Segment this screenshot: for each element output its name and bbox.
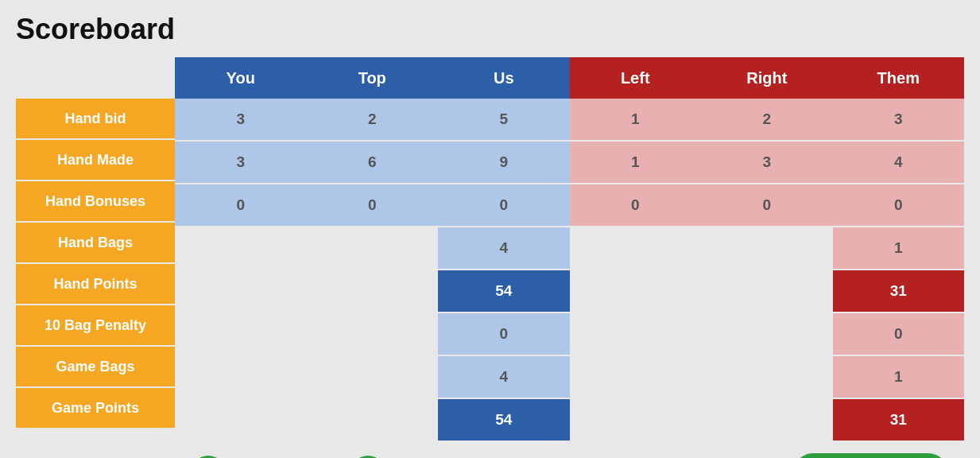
data-cell-r5-c2: 0 <box>438 313 570 355</box>
data-cell-r0-c5: 3 <box>833 99 965 140</box>
data-cell-r5-c3 <box>570 313 702 355</box>
data-cell-r2-c4: 0 <box>701 184 833 226</box>
page-title: Scoreboard <box>16 13 964 46</box>
table-row: 41 <box>175 356 964 399</box>
header-cell-them: Them <box>833 57 965 99</box>
data-cell-r1-c4: 3 <box>701 142 833 183</box>
page: Scoreboard Hand bidHand MadeHand Bonuses… <box>0 0 980 458</box>
data-cell-r6-c4 <box>701 356 833 398</box>
data-cell-r7-c5: 31 <box>833 399 965 441</box>
header-cell-you: You <box>175 57 307 99</box>
data-cell-r4-c0 <box>175 270 307 312</box>
data-cell-r4-c1 <box>307 270 439 312</box>
row-label-5: 10 Bag Penalty <box>16 305 175 347</box>
data-cell-r5-c1 <box>307 313 439 355</box>
data-rows: 32512336913400000041543100415431 <box>175 99 964 442</box>
scoreboard: Hand bidHand MadeHand BonusesHand BagsHa… <box>16 57 964 442</box>
data-cell-r1-c2: 9 <box>438 142 570 183</box>
data-cell-r5-c5: 0 <box>833 313 965 355</box>
data-cell-r1-c1: 6 <box>307 142 439 183</box>
data-cell-r4-c2: 54 <box>438 270 570 312</box>
row-label-2: Hand Bonuses <box>16 181 175 223</box>
table-row: 000000 <box>175 184 964 227</box>
header-cell-left: Left <box>570 57 702 99</box>
data-cell-r5-c0 <box>175 313 307 355</box>
data-cell-r6-c3 <box>570 356 702 398</box>
data-cell-r7-c2: 54 <box>438 399 570 441</box>
table-row: 00 <box>175 313 964 356</box>
data-cell-r0-c2: 5 <box>438 99 570 140</box>
data-cell-r2-c0: 0 <box>175 184 307 226</box>
header-cell-us: Us <box>438 57 570 99</box>
table-row: 41 <box>175 227 964 270</box>
data-cell-r3-c1 <box>307 227 439 269</box>
data-cell-r7-c1 <box>307 399 439 441</box>
data-cell-r5-c4 <box>701 313 833 355</box>
label-column: Hand bidHand MadeHand BonusesHand BagsHa… <box>16 99 175 442</box>
continue-button[interactable]: Continue <box>793 453 948 458</box>
data-cell-r7-c4 <box>701 399 833 441</box>
table-row: 5431 <box>175 270 964 313</box>
data-cell-r4-c5: 31 <box>833 270 965 312</box>
footer: ← Round 1 of 1 → Continue <box>16 453 964 458</box>
data-cell-r2-c5: 0 <box>833 184 965 226</box>
header-cell-top: Top <box>307 57 439 99</box>
header-row: YouTopUsLeftRightThem <box>175 57 964 99</box>
row-label-0: Hand bid <box>16 99 175 140</box>
data-cell-r7-c0 <box>175 399 307 441</box>
data-cell-r6-c5: 1 <box>833 356 965 398</box>
data-cell-r7-c3 <box>570 399 702 441</box>
data-cell-r2-c2: 0 <box>438 184 570 226</box>
row-label-1: Hand Made <box>16 140 175 181</box>
header-cell-right: Right <box>701 57 833 99</box>
table-row: 325123 <box>175 99 964 142</box>
data-cell-r1-c3: 1 <box>570 142 702 183</box>
data-cell-r2-c3: 0 <box>570 184 702 226</box>
data-cell-r3-c3 <box>570 227 702 269</box>
data-cell-r0-c1: 2 <box>307 99 439 140</box>
data-cell-r0-c3: 1 <box>570 99 702 140</box>
row-label-7: Game Points <box>16 388 175 429</box>
data-cell-r4-c3 <box>570 270 702 312</box>
data-cell-r2-c1: 0 <box>307 184 439 226</box>
row-label-3: Hand Bags <box>16 223 175 264</box>
data-cell-r6-c2: 4 <box>438 356 570 398</box>
table-row: 5431 <box>175 399 964 442</box>
data-cell-r3-c5: 1 <box>833 227 965 269</box>
data-cell-r0-c4: 2 <box>701 99 833 140</box>
data-cell-r3-c4 <box>701 227 833 269</box>
data-cell-r0-c0: 3 <box>175 99 307 140</box>
row-label-4: Hand Points <box>16 264 175 305</box>
data-cell-r1-c5: 4 <box>833 142 965 183</box>
table-row: 369134 <box>175 142 964 184</box>
data-cell-r6-c0 <box>175 356 307 398</box>
row-label-6: Game Bags <box>16 347 175 388</box>
data-grid: YouTopUsLeftRightThem 325123369134000000… <box>175 57 964 442</box>
data-cell-r1-c0: 3 <box>175 142 307 183</box>
data-cell-r3-c0 <box>175 227 307 269</box>
data-cell-r6-c1 <box>307 356 439 398</box>
data-cell-r3-c2: 4 <box>438 227 570 269</box>
data-cell-r4-c4 <box>701 270 833 312</box>
